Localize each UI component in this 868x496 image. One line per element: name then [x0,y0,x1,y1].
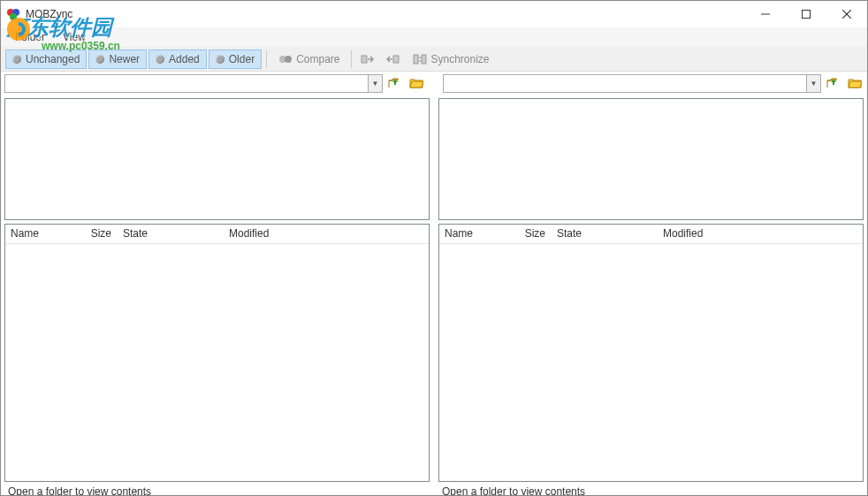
left-path-combo: ▼ [4,74,383,93]
filter-unchanged-button[interactable]: Unchanged [5,50,87,69]
filter-older-label: Older [229,53,255,65]
maximize-button[interactable] [786,1,826,27]
arrow-left-icon [385,52,400,66]
svg-point-2 [10,13,17,20]
left-pane: Name Size State Modified Open a folder t… [1,95,433,496]
synchronize-button[interactable]: Synchronize [406,50,496,69]
minimize-button[interactable] [745,1,786,27]
svg-rect-4 [803,11,811,19]
left-list-header: Name Size State Modified [5,225,429,244]
right-file-list[interactable]: Name Size State Modified [438,224,864,482]
arrow-right-icon [361,52,375,66]
synchronize-label: Synchronize [430,53,489,65]
col-size[interactable]: Size [80,225,118,243]
left-up-folder-button[interactable] [386,74,404,92]
left-tree-box[interactable] [4,98,430,220]
svg-rect-12 [422,55,426,64]
right-path-input[interactable] [443,74,806,93]
left-file-list[interactable]: Name Size State Modified [4,224,430,482]
right-pane: Name Size State Modified Open a folder t… [435,95,867,496]
col-modified[interactable]: Modified [658,225,755,243]
dot-icon [216,55,225,64]
svg-rect-11 [414,55,418,64]
svg-point-8 [285,56,292,63]
right-path-dropdown[interactable]: ▼ [806,74,821,93]
dot-icon [95,55,104,64]
right-tree-box[interactable] [438,98,864,220]
right-browse-button[interactable] [846,74,864,92]
menu-bar: Folder View [1,27,867,47]
copy-left-button[interactable] [381,50,404,69]
window-title: MOBZync [26,8,72,20]
toolbar-separator [266,50,267,68]
filter-added-label: Added [169,53,200,65]
right-list-header: Name Size State Modified [439,225,863,244]
compare-icon [278,52,293,66]
menu-folder[interactable]: Folder [6,29,54,45]
right-up-folder-button[interactable] [825,74,842,92]
path-bar: ▼ ▼ [1,72,867,95]
sync-icon [413,52,427,66]
window-buttons [745,1,867,27]
dot-icon [156,55,164,64]
right-list-body [439,244,863,481]
copy-right-button[interactable] [356,50,379,69]
filter-newer-label: Newer [109,53,140,65]
left-path-input[interactable] [4,74,368,93]
main-panes: Name Size State Modified Open a folder t… [1,95,867,496]
left-path-dropdown[interactable]: ▼ [368,74,383,93]
filter-newer-button[interactable]: Newer [88,50,147,69]
col-modified[interactable]: Modified [224,225,321,243]
left-list-body [5,244,429,481]
toolbar-separator [351,50,352,68]
toolbar: Unchanged Newer Added Older Compare Sync… [1,47,867,72]
svg-rect-9 [362,56,367,63]
left-pane-status: Open a folder to view contents [3,484,431,496]
menu-view[interactable]: View [54,29,95,45]
filter-unchanged-label: Unchanged [26,53,80,65]
app-icon [6,7,20,21]
col-name[interactable]: Name [439,225,514,243]
col-state[interactable]: State [552,225,658,243]
col-size[interactable]: Size [514,225,552,243]
dot-icon [12,55,21,64]
filter-older-button[interactable]: Older [209,50,262,69]
left-browse-button[interactable] [407,74,425,92]
compare-button[interactable]: Compare [271,50,346,69]
filter-added-button[interactable]: Added [148,50,207,69]
window-titlebar: MOBZync [1,1,867,27]
close-button[interactable] [826,1,867,27]
right-path-combo: ▼ [443,74,821,93]
svg-rect-10 [393,56,399,63]
compare-label: Compare [296,53,339,65]
col-state[interactable]: State [118,225,224,243]
col-name[interactable]: Name [5,225,80,243]
right-pane-status: Open a folder to view contents [437,484,865,496]
